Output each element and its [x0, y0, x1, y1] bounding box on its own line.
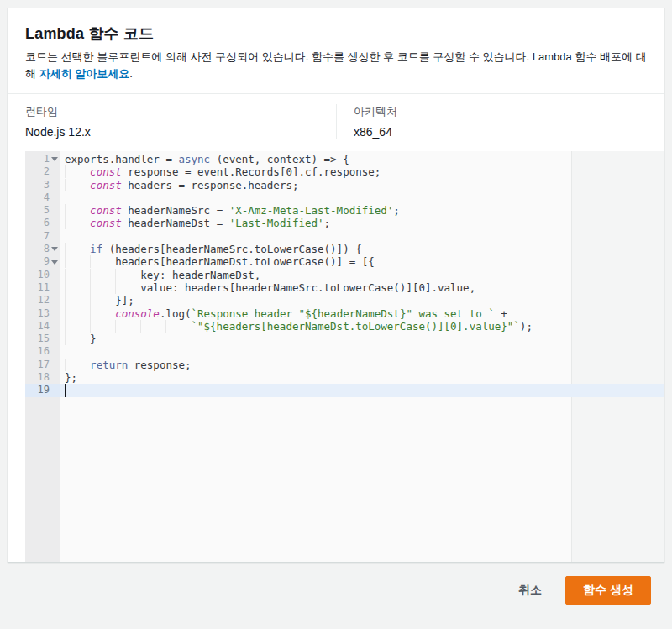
- gutter-line-number: 5: [25, 204, 60, 217]
- gutter-line-number: 14: [25, 320, 60, 333]
- gutter-line-number: 2: [25, 165, 60, 178]
- learn-more-link[interactable]: 자세히 알아보세요: [39, 67, 130, 80]
- runtime-field: 런타임 Node.js 12.x: [8, 104, 336, 139]
- code-line[interactable]: value: headers[headerNameSrc.toLowerCase…: [60, 281, 664, 294]
- gutter-line-number: 19: [25, 384, 60, 396]
- create-function-button[interactable]: 함수 생성: [565, 576, 651, 605]
- fold-toggle-icon[interactable]: [50, 260, 59, 265]
- architecture-value: x86_64: [354, 124, 647, 139]
- panel-title: Lambda 함수 코드: [25, 24, 647, 44]
- cancel-button[interactable]: 취소: [518, 583, 542, 598]
- code-line[interactable]: headers[headerNameDst.toLowerCase()] = […: [60, 255, 664, 268]
- editor-content[interactable]: exports.handler = async (event, context)…: [60, 153, 664, 397]
- gutter-line-number: 12: [25, 294, 60, 307]
- page: Lambda 함수 코드 코드는 선택한 블루프린트에 의해 사전 구성되어 있…: [0, 0, 672, 629]
- code-line[interactable]: [60, 345, 664, 358]
- code-line[interactable]: [60, 191, 664, 204]
- code-line[interactable]: console.log(`Response header "${headerNa…: [60, 307, 664, 320]
- panel-header: Lambda 함수 코드 코드는 선택한 블루프린트에 의해 사전 구성되어 있…: [8, 8, 664, 93]
- meta-row: 런타임 Node.js 12.x 아키텍처 x86_64: [8, 93, 664, 151]
- architecture-label: 아키텍처: [354, 104, 647, 119]
- code-line[interactable]: [60, 230, 664, 243]
- fold-toggle-icon[interactable]: [50, 157, 59, 161]
- gutter-line-number: 8: [25, 243, 60, 255]
- gutter-line-number: 9: [25, 255, 60, 268]
- panel-description: 코드는 선택한 블루프린트에 의해 사전 구성되어 있습니다. 함수를 생성한 …: [25, 49, 647, 82]
- code-line[interactable]: `"${headers[headerNameDst.toLowerCase()]…: [60, 320, 664, 333]
- gutter-line-number: 1: [25, 153, 60, 165]
- code-line[interactable]: const headerNameSrc = 'X-Amz-Meta-Last-M…: [60, 204, 664, 217]
- gutter-line-number: 10: [25, 269, 60, 281]
- code-line[interactable]: if (headers[headerNameSrc.toLowerCase()]…: [60, 243, 664, 255]
- code-line[interactable]: }];: [60, 294, 664, 307]
- code-line[interactable]: }: [60, 333, 664, 345]
- gutter-line-number: 11: [25, 281, 60, 294]
- lambda-code-panel: Lambda 함수 코드 코드는 선택한 블루프린트에 의해 사전 구성되어 있…: [8, 8, 664, 563]
- code-editor[interactable]: 12345678910111213141516171819 exports.ha…: [25, 151, 664, 562]
- code-line[interactable]: const headerNameDst = 'Last-Modified';: [60, 217, 664, 229]
- code-line[interactable]: key: headerNameDst,: [60, 269, 664, 281]
- code-line[interactable]: };: [60, 371, 664, 384]
- gutter-line-number: 7: [25, 230, 60, 243]
- gutter-line-number: 15: [25, 333, 60, 345]
- gutter-line-number: 16: [25, 345, 60, 358]
- code-line[interactable]: exports.handler = async (event, context)…: [60, 153, 664, 165]
- code-line[interactable]: [60, 384, 664, 396]
- runtime-value: Node.js 12.x: [25, 124, 319, 139]
- code-line[interactable]: return response;: [60, 359, 664, 371]
- panel-description-period: .: [129, 67, 133, 80]
- code-line[interactable]: const headers = response.headers;: [60, 179, 664, 191]
- fold-toggle-icon[interactable]: [50, 247, 59, 251]
- gutter-line-number: 18: [25, 371, 60, 384]
- gutter-line-number: 17: [25, 359, 60, 371]
- runtime-label: 런타임: [25, 104, 319, 119]
- gutter-line-number: 6: [25, 217, 60, 229]
- footer-actions: 취소 함수 생성: [8, 563, 664, 605]
- editor-gutter: 12345678910111213141516171819: [25, 151, 60, 562]
- text-cursor: [65, 384, 66, 396]
- architecture-field: 아키텍처 x86_64: [336, 104, 664, 139]
- code-line[interactable]: const response = event.Records[0].cf.res…: [60, 165, 664, 178]
- gutter-line-number: 13: [25, 307, 60, 320]
- gutter-line-number: 3: [25, 179, 60, 191]
- gutter-line-number: 4: [25, 191, 60, 204]
